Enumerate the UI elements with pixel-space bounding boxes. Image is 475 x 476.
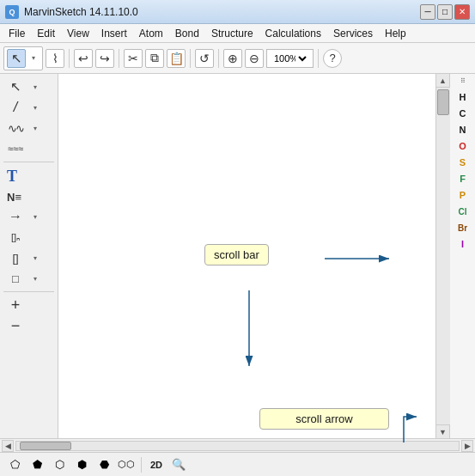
- menu-structure[interactable]: Structure: [206, 26, 259, 41]
- left-sep-2: [3, 291, 54, 292]
- maximize-button[interactable]: □: [437, 4, 453, 20]
- app-icon-letter: Q: [9, 8, 15, 16]
- left-tool-row-bracket: [] ▾: [3, 248, 54, 267]
- left-rect-dropdown[interactable]: ▾: [29, 269, 41, 288]
- hscroll-track[interactable]: [15, 441, 460, 451]
- app-icon: Q: [5, 5, 19, 19]
- element-S-button[interactable]: S: [452, 155, 474, 170]
- left-wave-dropdown[interactable]: ▾: [29, 119, 41, 137]
- left-tilde-button[interactable]: ≈≈≈: [3, 139, 27, 158]
- left-bond-dropdown[interactable]: ▾: [29, 98, 41, 117]
- toolbar-separator-2: [119, 49, 119, 68]
- left-ne-button[interactable]: N≡: [3, 189, 25, 205]
- zoom-select[interactable]: 100% 50% 150% 200%: [271, 52, 309, 64]
- hexagon-button[interactable]: ⬡: [50, 455, 69, 474]
- select-tool-button[interactable]: ↖: [7, 49, 26, 68]
- menu-services[interactable]: Services: [328, 26, 378, 41]
- refresh-button[interactable]: ↺: [195, 49, 214, 68]
- left-tool-row-wave: ∿∿ ▾: [3, 119, 54, 137]
- element-P-button[interactable]: P: [452, 187, 474, 203]
- hexagon-filled-button[interactable]: ⬢: [72, 455, 91, 474]
- pentagon-filled-button[interactable]: ⬟: [27, 455, 46, 474]
- heptagon-button[interactable]: ⬣: [94, 455, 113, 474]
- copy-button[interactable]: ⧉: [145, 49, 164, 68]
- title-bar: Q MarvinSketch 14.11.10.0 ─ □ ✕: [0, 0, 475, 24]
- left-minus-button[interactable]: −: [3, 316, 27, 335]
- fused-ring-button[interactable]: ⬡⬡: [117, 455, 136, 474]
- close-button[interactable]: ✕: [454, 4, 470, 20]
- left-repeat-button[interactable]: []ₙ: [3, 228, 27, 247]
- element-F-button[interactable]: F: [452, 171, 474, 186]
- menu-insert[interactable]: Insert: [96, 26, 132, 41]
- scroll-bar-annotation: scroll bar: [204, 244, 269, 265]
- right-scrollbar[interactable]: ▲ ▼: [435, 74, 449, 438]
- scroll-up-arrow[interactable]: ▲: [436, 74, 450, 88]
- palette-handle: ⠿: [460, 77, 466, 85]
- lasso-tool-button[interactable]: ⌇: [46, 49, 64, 68]
- element-O-button[interactable]: O: [452, 138, 474, 154]
- element-Br-button[interactable]: Br: [452, 220, 474, 235]
- left-tool-row-text: T: [3, 166, 54, 187]
- element-I-button[interactable]: I: [452, 236, 474, 252]
- search-button[interactable]: 🔍: [169, 455, 188, 474]
- select-tool-dropdown[interactable]: ▾: [27, 49, 40, 68]
- toolbar-separator-1: [69, 49, 70, 68]
- hscroll-left-arrow[interactable]: ◀: [2, 440, 14, 452]
- menu-file[interactable]: File: [3, 26, 30, 41]
- bottom-scrollbar[interactable]: ◀ ▶: [0, 438, 475, 452]
- help-button[interactable]: ?: [323, 49, 342, 68]
- menu-calculations[interactable]: Calculations: [260, 26, 326, 41]
- menu-bar: File Edit View Insert Atom Bond Structur…: [0, 24, 475, 43]
- left-tool-row-tilde: ≈≈≈: [3, 139, 54, 158]
- toolbar-separator-3: [190, 49, 191, 68]
- left-tool-row-bond: / ▾: [3, 98, 54, 117]
- menu-bond[interactable]: Bond: [170, 26, 204, 41]
- left-select-button[interactable]: ↖: [3, 77, 27, 96]
- 2d-label: 2D: [147, 460, 166, 470]
- toolbar-separator-5: [318, 49, 319, 68]
- left-select-dropdown[interactable]: ▾: [29, 77, 41, 96]
- paste-button[interactable]: 📋: [167, 49, 186, 68]
- main-toolbar: ↖ ▾ ⌇ ↩ ↪ ✂ ⧉ 📋 ↺ ⊕ ⊖ 100% 50% 150% 200%…: [0, 43, 475, 74]
- left-arrow-button[interactable]: →: [3, 207, 27, 226]
- left-tool-row-ne: N≡: [3, 189, 54, 205]
- left-tool-row-plus: +: [3, 296, 54, 314]
- left-plus-button[interactable]: +: [3, 296, 27, 314]
- menu-atom[interactable]: Atom: [134, 26, 168, 41]
- hscroll-right-arrow[interactable]: ▶: [461, 440, 473, 452]
- left-bracket-button[interactable]: []: [3, 248, 27, 267]
- menu-view[interactable]: View: [62, 26, 94, 41]
- menu-edit[interactable]: Edit: [32, 26, 60, 41]
- left-text-button[interactable]: T: [3, 166, 21, 187]
- element-Cl-button[interactable]: Cl: [452, 204, 474, 219]
- element-N-button[interactable]: N: [452, 122, 474, 137]
- zoom-out-button[interactable]: ⊖: [245, 49, 264, 68]
- left-arrow-dropdown[interactable]: ▾: [29, 207, 41, 226]
- left-tool-row-rect: □ ▾: [3, 269, 54, 288]
- scroll-track[interactable]: [436, 88, 450, 424]
- canvas-area[interactable]: scroll bar: [58, 74, 435, 438]
- minimize-button[interactable]: ─: [420, 4, 435, 20]
- redo-button[interactable]: ↪: [95, 49, 114, 68]
- window-title: MarvinSketch 14.11.10.0: [24, 6, 420, 18]
- left-bracket-dropdown[interactable]: ▾: [29, 248, 41, 267]
- left-sep-1: [3, 162, 54, 162]
- element-H-button[interactable]: H: [452, 89, 474, 105]
- scroll-thumb[interactable]: [437, 89, 449, 115]
- cut-button[interactable]: ✂: [124, 49, 143, 68]
- left-bond-button[interactable]: /: [3, 98, 27, 117]
- left-toolbar: ↖ ▾ / ▾ ∿∿ ▾ ≈≈≈ T N≡ → ▾: [0, 74, 58, 438]
- zoom-level-box[interactable]: 100% 50% 150% 200%: [266, 49, 314, 68]
- right-element-palette: ⠿ H C N O S F P Cl Br I: [449, 74, 475, 438]
- element-C-button[interactable]: C: [452, 106, 474, 121]
- pentagon-button[interactable]: ⬠: [5, 455, 24, 474]
- left-rect-button[interactable]: □: [3, 269, 27, 288]
- hscroll-thumb[interactable]: [20, 442, 71, 450]
- menu-help[interactable]: Help: [380, 26, 411, 41]
- left-tool-row-minus: −: [3, 316, 54, 335]
- zoom-in-button[interactable]: ⊕: [223, 49, 242, 68]
- left-wave-button[interactable]: ∿∿: [3, 119, 27, 137]
- undo-button[interactable]: ↩: [74, 49, 93, 68]
- scroll-down-arrow[interactable]: ▼: [436, 424, 450, 438]
- window-controls: ─ □ ✕: [420, 4, 470, 20]
